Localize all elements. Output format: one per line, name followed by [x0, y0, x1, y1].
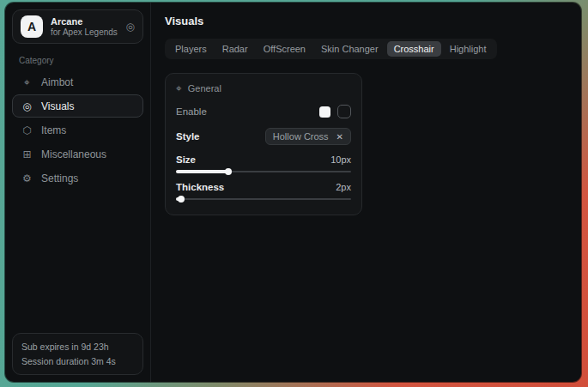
cube-icon: ⬡ — [21, 124, 33, 136]
enable-checkbox[interactable] — [319, 106, 330, 118]
sidebar-item-label: Miscellaneous — [41, 148, 106, 160]
session-duration-text: Session duration 3m 4s — [21, 354, 134, 368]
sidebar-item-settings[interactable]: ⚙ Settings — [12, 166, 143, 190]
sidebar-item-aimbot[interactable]: ⌖ Aimbot — [12, 70, 143, 94]
thickness-label: Thickness — [176, 182, 224, 192]
enable-row: Enable — [176, 105, 351, 118]
thickness-value: 2px — [336, 182, 351, 192]
enable-keybind-box[interactable] — [337, 105, 351, 118]
app-subtitle: for Apex Legends — [51, 27, 118, 38]
arcane-window: A Arcane for Apex Legends ◎ Category ⌖ A… — [5, 3, 581, 382]
grid-icon: ⊞ — [21, 148, 33, 160]
app-titles: Arcane for Apex Legends — [51, 16, 118, 37]
size-slider[interactable] — [176, 167, 351, 175]
sidebar-item-label: Visuals — [41, 100, 74, 112]
thickness-slider-track — [176, 198, 351, 201]
app-logo: A — [21, 15, 43, 38]
app-header-card: A Arcane for Apex Legends ◎ — [12, 9, 143, 44]
thickness-slider-thumb[interactable] — [178, 196, 185, 203]
sidebar-item-label: Aimbot — [41, 76, 73, 88]
sidebar-item-visuals[interactable]: ◎ Visuals — [12, 94, 143, 118]
crosshair-icon: ⌖ — [176, 82, 182, 94]
tab-skin-changer[interactable]: Skin Changer — [314, 41, 385, 57]
size-slider-thumb[interactable] — [225, 168, 232, 175]
category-label: Category — [19, 56, 143, 65]
sidebar-item-items[interactable]: ⬡ Items — [12, 118, 143, 142]
tab-crosshair[interactable]: Crosshair — [387, 41, 441, 57]
style-row: Style Hollow Cross ✕ — [176, 128, 351, 145]
visuals-tabbar: Players Radar OffScreen Skin Changer Cro… — [165, 39, 497, 59]
tab-offscreen[interactable]: OffScreen — [257, 41, 312, 57]
size-label: Size — [176, 154, 196, 165]
enable-controls — [319, 105, 351, 118]
clear-icon[interactable]: ✕ — [336, 132, 343, 142]
subscription-info-card: Sub expires in 9d 23h Session duration 3… — [12, 333, 143, 375]
tab-highlight[interactable]: Highlight — [443, 41, 494, 57]
main-content: Visuals Players Radar OffScreen Skin Cha… — [151, 3, 581, 382]
tab-players[interactable]: Players — [168, 41, 214, 57]
sidebar-item-label: Items — [41, 124, 66, 136]
style-dropdown[interactable]: Hollow Cross ✕ — [265, 128, 351, 145]
style-dropdown-value: Hollow Cross — [273, 131, 329, 142]
general-panel: ⌖ General Enable Style Hollow Cross ✕ Si… — [165, 73, 362, 215]
style-label: Style — [176, 131, 200, 142]
eye-icon: ◎ — [21, 100, 33, 112]
size-slider-fill — [176, 170, 228, 173]
sidebar-item-miscellaneous[interactable]: ⊞ Miscellaneous — [12, 142, 143, 166]
crosshair-icon: ⌖ — [21, 76, 33, 88]
app-title: Arcane — [51, 16, 118, 27]
enable-label: Enable — [176, 106, 207, 117]
sidebar: A Arcane for Apex Legends ◎ Category ⌖ A… — [5, 3, 151, 382]
target-icon[interactable]: ◎ — [126, 21, 135, 33]
size-row: Size 10px — [176, 154, 351, 165]
page-title: Visuals — [165, 15, 567, 27]
gear-icon: ⚙ — [21, 172, 33, 184]
sidebar-item-label: Settings — [41, 172, 78, 184]
tab-radar[interactable]: Radar — [215, 41, 255, 57]
sub-expires-text: Sub expires in 9d 23h — [21, 340, 134, 354]
thickness-slider[interactable] — [176, 195, 351, 203]
size-value: 10px — [330, 154, 351, 165]
general-panel-header: ⌖ General — [176, 82, 351, 94]
thickness-row: Thickness 2px — [176, 182, 351, 192]
general-panel-title: General — [188, 83, 221, 94]
